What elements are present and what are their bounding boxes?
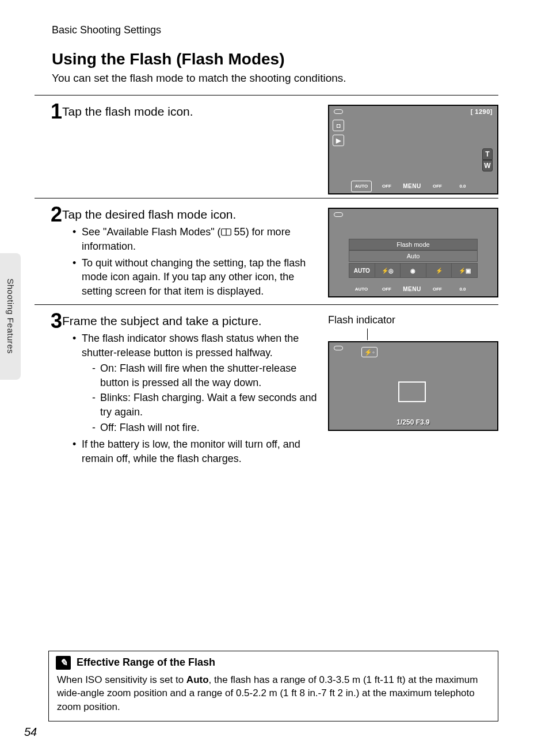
step-2-bullet-2: To quit without changing the setting, ta… bbox=[73, 256, 319, 299]
note-title: Effective Range of the Flash bbox=[77, 656, 215, 669]
camera-screen-1: ◘ ▶ [ 1290] T W AUTO OFF MENU OFF 0.0 bbox=[328, 105, 498, 194]
battery-icon bbox=[334, 212, 343, 217]
dash-off: Off: Flash will not fire. bbox=[92, 421, 319, 435]
step-1-title: Tap the flash mode icon. bbox=[62, 105, 319, 119]
camera-screen-3: ⚡◦ 1/250 F3.9 bbox=[328, 341, 498, 431]
camera-mode-icon: ◘ bbox=[333, 120, 344, 131]
exposure-comp-button: 0.0 bbox=[452, 284, 473, 295]
focus-area bbox=[398, 381, 426, 402]
breadcrumb-section: Basic Shooting Settings bbox=[52, 24, 498, 36]
exposure-readout: 1/250 F3.9 bbox=[329, 418, 497, 426]
callout-line bbox=[367, 329, 368, 340]
flash-mode-button: AUTO bbox=[351, 181, 372, 192]
self-timer-button: OFF bbox=[376, 181, 397, 192]
side-tab: Shooting Features bbox=[0, 253, 21, 380]
step-3-bullet-2: If the battery is low, the monitor will … bbox=[73, 437, 319, 466]
page-number: 54 bbox=[24, 726, 37, 739]
divider bbox=[35, 198, 498, 198]
flash-panel-title: Flash mode bbox=[349, 239, 478, 250]
macro-button: OFF bbox=[427, 181, 448, 192]
step-number: 2 bbox=[35, 204, 60, 301]
zoom-in-button: T bbox=[482, 148, 493, 160]
divider bbox=[35, 304, 498, 305]
battery-icon bbox=[334, 109, 343, 114]
shot-count: [ 1290] bbox=[471, 108, 493, 115]
flash-mode-button: AUTO bbox=[351, 284, 372, 295]
flash-option-redeye: ⚡◎ bbox=[375, 264, 401, 277]
step-number: 1 bbox=[35, 101, 60, 194]
flash-option-auto: AUTO bbox=[349, 264, 375, 277]
menu-button: MENU bbox=[402, 181, 422, 192]
step-3: 3 Frame the subject and take a picture. … bbox=[35, 311, 498, 468]
flash-indicator-icon: ⚡◦ bbox=[361, 347, 378, 357]
playback-mode-icon: ▶ bbox=[333, 135, 344, 146]
exposure-comp-button: 0.0 bbox=[452, 181, 473, 192]
menu-button: MENU bbox=[402, 284, 422, 295]
step-2-bullet-1: See "Available Flash Modes" ( 55) for mo… bbox=[73, 225, 319, 254]
page-title: Using the Flash (Flash Modes) bbox=[52, 50, 498, 68]
flash-panel-selected: Auto bbox=[349, 250, 478, 262]
macro-button: OFF bbox=[427, 284, 448, 295]
note-body: When ISO sensitivity is set to Auto, the… bbox=[49, 672, 498, 721]
flash-option-slow: ⚡▣ bbox=[452, 264, 477, 277]
intro-text: You can set the flash mode to match the … bbox=[52, 72, 498, 85]
zoom-out-button: W bbox=[482, 160, 493, 171]
flash-option-fill: ⚡ bbox=[426, 264, 452, 277]
step-3-bullet-1: The flash indicator shows flash status w… bbox=[73, 331, 319, 435]
divider bbox=[35, 95, 498, 96]
book-ref-icon bbox=[221, 228, 231, 236]
step-2-title: Tap the desired flash mode icon. bbox=[62, 208, 319, 222]
flash-indicator-label: Flash indicator bbox=[328, 314, 498, 326]
note-icon: ✎ bbox=[56, 656, 71, 670]
battery-icon bbox=[334, 346, 343, 350]
flash-option-off: ◉ bbox=[401, 264, 426, 277]
dash-blinks: Blinks: Flash charging. Wait a few secon… bbox=[92, 391, 319, 419]
side-tab-label: Shooting Features bbox=[6, 278, 16, 354]
step-2: 2 Tap the desired flash mode icon. See "… bbox=[35, 204, 498, 301]
camera-screen-2: Flash mode Auto AUTO ⚡◎ ◉ ⚡ ⚡▣ AUTO OFF … bbox=[328, 208, 498, 297]
step-3-title: Frame the subject and take a picture. bbox=[62, 314, 319, 328]
self-timer-button: OFF bbox=[376, 284, 397, 295]
note-box: ✎ Effective Range of the Flash When ISO … bbox=[48, 651, 498, 721]
dash-on: On: Flash will fire when the shutter-rel… bbox=[92, 361, 319, 390]
step-number: 3 bbox=[35, 311, 60, 468]
step-1: 1 Tap the flash mode icon. ◘ ▶ [ 1290] T… bbox=[35, 101, 498, 194]
